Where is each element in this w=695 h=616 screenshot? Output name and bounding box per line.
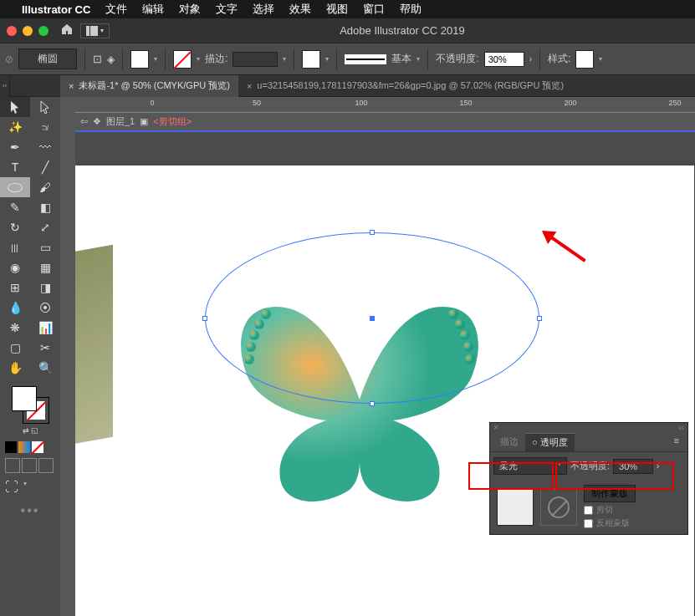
direct-selection-tool[interactable] [30,97,60,117]
menu-select[interactable]: 选择 [253,2,274,17]
object-thumbnail[interactable] [497,489,534,526]
gradient-tool[interactable]: ◨ [30,277,60,298]
selected-ellipse[interactable] [205,232,539,404]
panel-opacity-more[interactable]: › [657,461,659,471]
menu-effect[interactable]: 效果 [289,2,311,17]
fill-swatch[interactable] [130,50,149,69]
graph-tool[interactable]: 📊 [30,318,60,338]
menu-edit[interactable]: 编辑 [142,2,164,17]
pen-tool[interactable]: ✒ [0,137,30,157]
horizontal-ruler[interactable]: 0 50 100 150 200 250 [60,97,695,112]
maximize-window-button[interactable] [38,26,49,36]
rotate-tool[interactable]: ↻ [0,217,30,237]
stroke-weight-dropdown[interactable]: ▾ [283,55,286,63]
perspective-tool[interactable]: ▦ [30,257,60,277]
artboard[interactable] [75,165,694,616]
none-mode-swatch[interactable] [32,441,43,453]
width-tool[interactable]: ⫼ [0,237,30,257]
zoom-tool[interactable]: 🔍 [30,358,60,378]
blend-tool[interactable]: ⦿ [30,298,60,318]
edit-toolbar-button[interactable]: ••• [0,498,60,523]
color-mode-swatch[interactable] [5,441,17,453]
selection-handle-bottom[interactable] [370,401,375,406]
paintbrush-tool[interactable]: 🖌 [30,177,60,197]
ellipse-tool[interactable] [0,177,30,197]
isolation-breadcrumb[interactable]: ⇦ ❖ 图层_1 ▣ <剪切组> [75,112,695,132]
draw-normal-mode[interactable] [5,458,20,473]
workspace-layout-button[interactable]: ▾ [80,23,110,38]
layers-icon[interactable]: ❖ [93,116,101,127]
hand-tool[interactable]: ✋ [0,358,30,378]
clip-checkbox[interactable]: 剪切 [584,504,636,516]
invert-mask-checkbox[interactable]: 反相蒙版 [584,517,636,529]
symbol-sprayer-tool[interactable]: ❋ [0,318,30,338]
selection-handle-left[interactable] [202,316,207,321]
graphic-style-swatch[interactable] [575,50,594,69]
draw-behind-mode[interactable] [22,458,37,473]
panel-menu-icon[interactable]: ≡ [669,433,684,451]
menu-type[interactable]: 文字 [216,2,238,17]
panel-collapse-icon[interactable]: ‹‹ [678,423,684,433]
magic-wand-tool[interactable]: ✨ [0,117,30,137]
stroke-panel-tab[interactable]: 描边 [493,433,525,451]
selection-handle-right[interactable] [537,316,542,321]
brush-dropdown[interactable]: ▾ [325,55,329,63]
fill-dropdown[interactable]: ▾ [154,55,157,63]
menu-object[interactable]: 对象 [179,2,201,17]
mesh-tool[interactable]: ⊞ [0,277,30,298]
stroke-none-swatch[interactable] [173,50,192,69]
selection-tool[interactable] [0,97,30,117]
app-name[interactable]: Illustrator CC [22,3,90,16]
align-icon[interactable]: ⊡ [93,53,102,65]
opacity-more[interactable]: › [529,54,532,64]
stroke-style-preview[interactable] [345,54,386,64]
transparency-panel-tab[interactable]: ○ 透明度 [525,433,575,451]
screen-mode-dropdown[interactable]: ▾ [23,480,27,495]
doc-tab-2[interactable]: × u=3215458199,1781197903&fm=26&gp=0.jpg… [238,75,572,97]
stroke-color-dropdown[interactable]: ▾ [197,55,200,63]
gradient-mode-swatch[interactable] [18,441,30,453]
transparency-panel[interactable]: × ‹‹ 描边 ○ 透明度 ≡ 柔光 ▾ 不透明度: 30% › 制作蒙版 剪切… [489,422,688,535]
layer-name[interactable]: 图层_1 [106,115,135,128]
eyedropper-tool[interactable]: 💧 [0,298,30,318]
selection-center-point[interactable] [370,316,375,321]
type-tool[interactable]: T [0,157,30,177]
stroke-weight-input[interactable] [233,52,278,67]
shape-type-label[interactable]: 椭圆 [18,48,77,69]
back-icon[interactable]: ⇦ [80,116,88,127]
default-fill-stroke-icon[interactable]: ◱ [31,426,38,435]
mask-thumbnail[interactable] [540,489,577,526]
draw-inside-mode[interactable] [38,458,54,473]
stroke-style-dropdown[interactable]: ▾ [416,55,420,63]
panel-opacity-input[interactable]: 30% [613,459,653,474]
brush-swatch[interactable] [302,50,320,69]
lasso-tool[interactable]: ⟉ [30,117,60,137]
slice-tool[interactable]: ✂ [30,338,60,358]
close-window-button[interactable] [7,26,17,36]
scale-tool[interactable]: ⤢ [30,217,60,237]
home-icon[interactable] [60,23,74,39]
vertical-ruler[interactable] [60,112,75,616]
make-mask-button[interactable]: 制作蒙版 [584,485,636,502]
swap-fill-stroke-icon[interactable]: ⇄ [23,426,29,435]
panel-close-icon[interactable]: × [493,423,498,433]
free-transform-tool[interactable]: ▭ [30,237,60,257]
screen-mode-button[interactable]: ⛶ [5,480,18,495]
menu-help[interactable]: 帮助 [400,2,422,17]
toolbar-collapse[interactable]: ‹‹ [0,75,10,97]
eraser-tool[interactable]: ◧ [30,197,60,217]
pencil-tool[interactable]: ✎ [0,197,30,217]
clipgroup-label[interactable]: <剪切组> [153,115,192,128]
blend-mode-select[interactable]: 柔光 ▾ [493,457,567,475]
style-dropdown[interactable]: ▾ [599,55,602,63]
close-tab-icon[interactable]: × [247,81,252,91]
canvas[interactable] [75,132,695,616]
menu-file[interactable]: 文件 [105,2,127,17]
minimize-window-button[interactable] [23,26,33,36]
menu-view[interactable]: 视图 [326,2,348,17]
curvature-tool[interactable]: 〰 [30,137,60,157]
menu-window[interactable]: 窗口 [363,2,385,17]
fill-stroke-swatches[interactable] [12,386,49,423]
shape-builder-tool[interactable]: ◉ [0,257,30,277]
selection-handle-top[interactable] [370,230,375,235]
